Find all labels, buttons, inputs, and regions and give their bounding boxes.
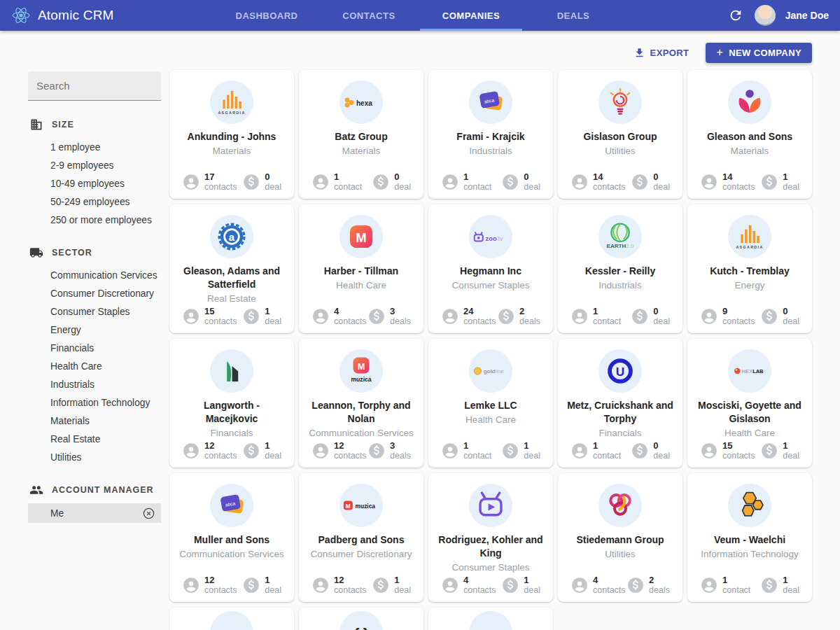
new-company-button[interactable]: + NEW COMPANY xyxy=(706,43,812,63)
company-sector: Industrials xyxy=(469,146,512,156)
sidebar-filter-item[interactable]: Materials xyxy=(28,412,161,430)
sidebar-filter-item[interactable]: Health Care xyxy=(28,357,161,375)
company-card[interactable]: Rodriguez, Kohler and King Consumer Stap… xyxy=(428,473,553,602)
remove-filter-icon[interactable] xyxy=(142,507,155,520)
contacts-stat: 1 contact xyxy=(570,440,621,461)
company-card[interactable]: hexa Batz Group Materials 1 contact 0 de… xyxy=(299,70,424,199)
person-circle-icon xyxy=(441,576,459,594)
company-card[interactable]: goldline Lemke LLC Health Care 1 contact… xyxy=(428,339,553,468)
header-right: Jane Doe xyxy=(728,5,829,26)
sidebar-filter-item[interactable]: Energy xyxy=(28,321,161,339)
hexa-logo-icon: hexa xyxy=(340,80,383,124)
brand[interactable]: Atomic CRM xyxy=(11,6,114,25)
deals-stat: 1 deal xyxy=(760,440,799,461)
person-circle-icon xyxy=(570,442,589,460)
search-box[interactable] xyxy=(28,71,161,101)
contacts-stat: 1 contact xyxy=(312,172,362,192)
company-stats: 4 contacts 1 deal xyxy=(435,575,546,595)
company-card[interactable]: atica Frami - Krajcik Industrials 1 cont… xyxy=(428,70,553,199)
zootv-logo-icon: zootv xyxy=(469,215,512,258)
company-name: Frami - Krajcik xyxy=(456,130,524,144)
company-card[interactable]: ASGARDIA Ankunding - Johns Materials 17 … xyxy=(169,70,294,199)
svg-text:M: M xyxy=(358,362,365,372)
company-card[interactable]: a Gleason, Adams and Satterfield Real Es… xyxy=(169,204,294,333)
sidebar-filter-item[interactable]: Financials xyxy=(28,339,161,357)
company-card[interactable]: Stiedemann Group Utilities 4 contacts 2 … xyxy=(558,473,682,602)
company-card[interactable]: Gleason and Sons Materials 14 contacts 1… xyxy=(687,70,812,199)
company-card[interactable]: HEXLAB Mosciski, Goyette and Gislason He… xyxy=(687,339,812,468)
sidebar-filter-item[interactable]: 2-9 employees xyxy=(28,156,161,174)
tv-logo-icon xyxy=(469,484,512,527)
search-input[interactable] xyxy=(36,80,176,92)
user-avatar[interactable] xyxy=(755,5,776,26)
sidebar-filter-item[interactable]: Consumer Staples xyxy=(28,302,161,321)
react-atom-logo-icon xyxy=(11,6,31,25)
sidebar-filter-item[interactable]: 1 employee xyxy=(28,138,161,156)
sidebar-filter-item[interactable]: Real Estate xyxy=(28,430,161,448)
atica-logo-icon: atica xyxy=(469,80,512,124)
nav-tab[interactable]: DEALS xyxy=(522,0,624,31)
company-card[interactable]: U Metz, Cruickshank and Torphy Financial… xyxy=(558,339,682,468)
company-card[interactable]: atica Muller and Sons Communication Serv… xyxy=(169,473,294,602)
contacts-stat: 12 contacts xyxy=(312,440,367,461)
company-card[interactable]: Veum - Waelchi Information Technology 1 … xyxy=(687,473,812,602)
sidebar-filter-item[interactable]: Information Technology xyxy=(28,393,161,412)
dollar-circle-icon xyxy=(760,576,778,594)
sector-filter-list: Communication Services Consumer Discreti… xyxy=(28,266,161,466)
sidebar-filter-item[interactable]: Communication Services xyxy=(28,266,161,284)
contacts-stat: 15 contacts xyxy=(700,440,755,461)
dollar-circle-icon xyxy=(497,307,515,326)
company-card[interactable]: Gislason Group Utilities 14 contacts 0 d… xyxy=(558,70,682,199)
company-card[interactable]: EARTH2.0 Kessler - Reilly Industrials 1 … xyxy=(558,204,682,333)
export-button[interactable]: EXPORT xyxy=(628,43,695,62)
sidebar-filter-item[interactable]: 250 or more employees xyxy=(28,211,161,229)
company-card[interactable]: Mmuzica Padberg and Sons Consumer Discre… xyxy=(299,473,424,602)
company-name: Leannon, Torphy and Nolan xyxy=(306,399,416,426)
sidebar-filter-item[interactable]: Utilities xyxy=(28,448,161,466)
companies-grid: ASGARDIA Ankunding - Johns Materials 17 … xyxy=(169,70,812,630)
content-area: SIZE 1 employee 2-9 employees 10-49 empl… xyxy=(0,70,840,630)
nav-tab[interactable]: DASHBOARD xyxy=(216,0,318,31)
lightbulb-logo-icon xyxy=(598,80,642,124)
deals-stat: 1 deal xyxy=(501,440,540,461)
size-section-header: SIZE xyxy=(29,118,161,132)
company-card[interactable]: zootv Hegmann Inc Consumer Staples 24 co… xyxy=(428,204,553,333)
company-sector: Communication Services xyxy=(309,428,413,438)
company-card[interactable]: Mmuzica Leannon, Torphy and Nolan Commun… xyxy=(299,339,424,468)
company-card-partial[interactable]: { } xyxy=(299,608,424,630)
blank-logo-icon xyxy=(469,611,512,630)
company-card[interactable]: M Harber - Tillman Health Care 4 contact… xyxy=(299,204,424,333)
size-filter-list: 1 employee 2-9 employees 10-49 employees… xyxy=(28,138,161,229)
sidebar-filter-item[interactable]: Consumer Discretionary xyxy=(28,284,161,302)
account-manager-filter-me[interactable]: Me xyxy=(28,503,161,523)
refresh-button[interactable] xyxy=(728,7,745,24)
dollar-circle-icon xyxy=(631,442,649,460)
earth-logo-icon: EARTH2.0 xyxy=(598,215,642,258)
contacts-stat: 1 contact xyxy=(570,306,621,326)
sector-section-header: SECTOR xyxy=(29,246,161,260)
person-circle-icon xyxy=(570,576,589,594)
company-name: Mosciski, Goyette and Gislason xyxy=(694,399,805,426)
company-card-partial[interactable] xyxy=(169,608,294,630)
gear-a-logo-icon: a xyxy=(210,215,253,258)
person-circle-icon xyxy=(570,173,589,191)
nav-tab[interactable]: CONTACTS xyxy=(318,0,420,31)
company-name: Padberg and Sons xyxy=(318,533,405,547)
app-title: Atomic CRM xyxy=(38,8,114,23)
sidebar-filter-item[interactable]: Industrials xyxy=(28,375,161,393)
sidebar-filter-item[interactable]: 10-49 employees xyxy=(28,174,161,192)
contacts-stat: 4 contacts xyxy=(441,575,496,595)
svg-text:HEXLAB: HEXLAB xyxy=(742,368,764,374)
company-card[interactable]: Langworth - Macejkovic Financials 12 con… xyxy=(169,339,294,468)
dollar-circle-icon xyxy=(626,576,645,594)
sidebar-filter-item[interactable]: 50-249 employees xyxy=(28,192,161,211)
person-circle-icon xyxy=(700,576,718,594)
dollar-circle-icon xyxy=(368,307,386,326)
atomic-crm-app: Atomic CRM DASHBOARD CONTACTS COMPANIES … xyxy=(0,0,840,630)
svg-text:zoo: zoo xyxy=(486,235,497,242)
contacts-stat: 1 contact xyxy=(700,575,750,595)
company-card-partial[interactable] xyxy=(428,608,553,630)
nav-tab[interactable]: COMPANIES xyxy=(420,0,522,31)
company-card[interactable]: ASGARDIA Kutch - Tremblay Energy 9 conta… xyxy=(687,204,812,333)
svg-text:M: M xyxy=(356,230,366,245)
